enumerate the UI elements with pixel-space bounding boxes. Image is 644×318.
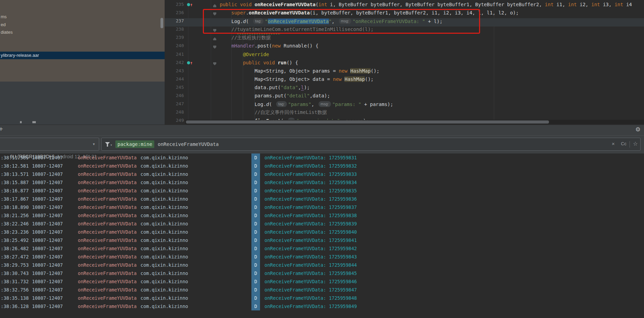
log-row[interactable]: :38:32.75610807-12407onReceiveFrameYUVDa…: [0, 286, 644, 294]
log-pid: 10807-12407: [32, 187, 63, 195]
code-token: super: [231, 10, 246, 15]
code-text: mHandler.post(new Runnable() {: [219, 43, 319, 51]
log-row[interactable]: :38:12.58110807-12407onReceiveFrameYUVDa…: [0, 162, 644, 170]
override-arrow-icon[interactable]: ↑: [190, 60, 193, 65]
code-line-242[interactable]: 242↑ public void run() {: [165, 60, 644, 68]
log-message: onReceiveFrameYUVData: 1725959844: [264, 261, 357, 269]
log-message: onReceiveFrameYUVData: 1725959831: [264, 153, 357, 162]
log-row[interactable]: :38:26.48210807-12407onReceiveFrameYUVDa…: [0, 244, 644, 253]
code-line-244[interactable]: 244 Map<String, Object> data = new HashM…: [165, 76, 644, 85]
add-tab-icon[interactable]: +: [0, 125, 3, 133]
log-timestamp: :38:12.581: [1, 162, 29, 170]
code-token: ,: [311, 102, 317, 107]
code-line-240[interactable]: 240 mHandler.post(new Runnable() {: [165, 43, 644, 51]
code-editor[interactable]: 235↑public void onReceiveFrameYUVData(in…: [165, 0, 644, 125]
code-line-235[interactable]: 235↑public void onReceiveFrameYUVData(in…: [165, 2, 644, 10]
code-text: super.onReceiveFrameYUVData(i, byteBuffe…: [219, 10, 519, 18]
project-panel-scrollbar-thumb[interactable]: [160, 18, 163, 28]
code-token: ();: [371, 68, 379, 74]
favorite-star-icon[interactable]: ☆: [633, 140, 638, 147]
log-pid: 10807-12407: [32, 153, 63, 162]
project-tree-item-selected[interactable]: ylibrary-release.aar: [0, 52, 165, 59]
log-row[interactable]: :38:25.49210807-12407onReceiveFrameYUVDa…: [0, 236, 644, 244]
fold-marker-icon[interactable]: [213, 37, 216, 40]
log-message: onReceiveFrameYUVData: 1725959845: [264, 269, 357, 277]
log-row[interactable]: :38:22.24610807-12407onReceiveFrameYUVDa…: [0, 220, 644, 228]
line-number: 242: [165, 60, 184, 68]
log-package: com.qixin.kizinno: [141, 220, 188, 228]
code-line-237[interactable]: 237 Log.d( tag:"onReceiveFrameYUVData", …: [165, 18, 644, 26]
log-row[interactable]: :38:23.23610807-12407onReceiveFrameYUVDa…: [0, 228, 644, 236]
log-row[interactable]: :38:29.75310807-12407onReceiveFrameYUVDa…: [0, 261, 644, 269]
code-token: [220, 43, 231, 49]
code-line-241[interactable]: 241 @Override: [165, 52, 644, 60]
log-row[interactable]: :38:35.13810807-12407onReceiveFrameYUVDa…: [0, 294, 644, 302]
log-row[interactable]: :38:30.74310807-12407onReceiveFrameYUVDa…: [0, 269, 644, 277]
fold-marker-icon[interactable]: [213, 29, 216, 32]
logcat-panel: + ⚙ 6U (RFCR119B2DH)Android 12, API 31 ▼…: [0, 125, 644, 318]
code-line-247[interactable]: 247 Log.d( tag:"params", msg:"params: " …: [165, 101, 644, 109]
log-tag: onReceiveFrameYUVData: [78, 294, 137, 302]
code-token: onReceiveFrameYUVData: [255, 2, 315, 7]
log-row[interactable]: :38:15.88710807-12407onReceiveFrameYUVDa…: [0, 178, 644, 187]
log-row[interactable]: :38:18.89010807-12407onReceiveFrameYUVDa…: [0, 203, 644, 211]
fold-marker-icon[interactable]: [213, 45, 216, 49]
line-number: 246: [165, 93, 184, 101]
log-package: com.qixin.kizinno: [141, 236, 188, 244]
line-number: 239: [165, 35, 184, 43]
fold-marker-icon[interactable]: [213, 12, 216, 15]
log-row[interactable]: :38:36.12810807-12407onReceiveFrameYUVDa…: [0, 302, 644, 310]
filter-chip-package-mine[interactable]: package:mine: [115, 140, 154, 148]
log-level-badge: D: [251, 187, 260, 195]
log-pid: 10807-12407: [32, 244, 63, 253]
log-row[interactable]: :38:27.47210807-12407onReceiveFrameYUVDa…: [0, 253, 644, 261]
log-package: com.qixin.kizinno: [141, 294, 188, 302]
match-case-icon[interactable]: Cc: [621, 141, 626, 146]
log-timestamp: :38:15.887: [1, 178, 29, 187]
device-selector[interactable]: 6U (RFCR119B2DH)Android 12, API 31 ▼: [0, 138, 99, 151]
fold-marker-icon[interactable]: [213, 62, 216, 65]
log-row[interactable]: :38:11.58910807-12407onReceiveFrameYUVDa…: [0, 153, 644, 162]
override-marker-icon[interactable]: [187, 3, 190, 6]
log-level-badge: D: [251, 244, 260, 253]
inline-parameter-hint: tag:: [253, 18, 263, 24]
code-token: ": [265, 19, 268, 24]
log-level-badge: D: [251, 277, 260, 286]
clear-filter-icon[interactable]: ×: [612, 141, 615, 147]
filter-query-text[interactable]: onReceiveFrameYUVData: [158, 140, 219, 148]
override-arrow-icon[interactable]: ↑: [190, 2, 193, 7]
log-timestamp: :38:11.589: [1, 153, 29, 162]
log-row[interactable]: :38:31.73210807-12407onReceiveFrameYUVDa…: [0, 277, 644, 286]
code-line-248[interactable]: 248 //自定义事件回传timeList数据: [165, 109, 644, 118]
gear-icon[interactable]: ⚙: [635, 126, 641, 133]
log-row[interactable]: :38:13.57110807-12407onReceiveFrameYUVDa…: [0, 170, 644, 178]
code-text: public void onReceiveFrameYUVData(int i,…: [219, 2, 632, 10]
code-line-238[interactable]: 238 //tuyatimeLineCom.setCurrentTimeInMi…: [165, 26, 644, 35]
log-pid: 10807-12407: [32, 286, 63, 294]
clipped-text-fragment: [20, 121, 22, 123]
fold-column: [198, 10, 219, 18]
gutter-icons: [184, 76, 198, 85]
code-line-236[interactable]: 236 super.onReceiveFrameYUVData(i, byteB…: [165, 10, 644, 18]
log-row[interactable]: :38:17.86710807-12407onReceiveFrameYUVDa…: [0, 195, 644, 203]
code-line-239[interactable]: 239 //主线程执行数据: [165, 35, 644, 43]
project-tree-item[interactable]: ed: [1, 22, 6, 27]
logcat-filter-input[interactable]: ▾ package:mine onReceiveFrameYUVData × C…: [101, 138, 641, 151]
log-message: onReceiveFrameYUVData: 1725959833: [264, 170, 357, 178]
code-token: @Override: [220, 52, 269, 57]
log-row[interactable]: :38:16.87710807-12407onReceiveFrameYUVDa…: [0, 187, 644, 195]
project-tree-item[interactable]: diates: [1, 30, 13, 35]
log-pid: 10807-12407: [32, 302, 63, 310]
line-number: 241: [165, 52, 184, 60]
fold-marker-icon[interactable]: [213, 4, 216, 7]
filter-funnel-icon[interactable]: [105, 142, 110, 147]
code-text: params.put("detail",data);: [219, 93, 330, 101]
override-marker-icon[interactable]: [187, 61, 190, 64]
log-tag: onReceiveFrameYUVData: [78, 203, 137, 211]
project-tree-item[interactable]: ms: [1, 14, 7, 19]
code-line-243[interactable]: 243 Map<String, Object> params = new Has…: [165, 68, 644, 76]
code-line-245[interactable]: 245 data.put("data",l);: [165, 85, 644, 93]
code-line-246[interactable]: 246 params.put("detail",data);: [165, 93, 644, 101]
log-row[interactable]: :38:21.25610807-12407onReceiveFrameYUVDa…: [0, 211, 644, 220]
editor-hscrollbar-thumb[interactable]: [186, 120, 549, 124]
